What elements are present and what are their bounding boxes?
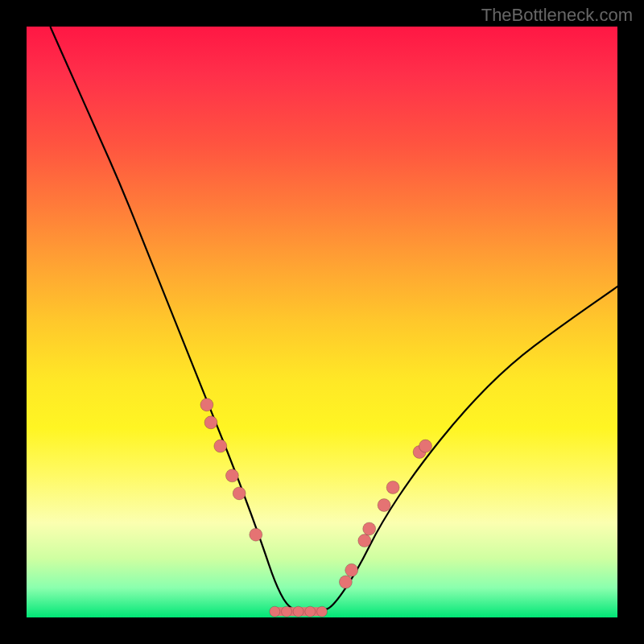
minimum-dots: [270, 606, 328, 617]
data-marker: [363, 522, 376, 535]
data-marker: [345, 564, 358, 576]
data-marker: [204, 416, 217, 429]
minimum-marker: [305, 606, 316, 617]
data-marker: [233, 487, 246, 500]
data-marker: [339, 576, 352, 588]
data-marker: [214, 440, 227, 452]
bottleneck-curve: [50, 27, 617, 612]
minimum-marker: [282, 606, 292, 617]
watermark-text: TheBottleneck.com: [481, 5, 633, 26]
minimum-marker: [293, 606, 303, 617]
data-marker: [358, 535, 371, 547]
data-marker: [419, 440, 432, 452]
data-marker: [378, 499, 390, 512]
data-markers: [200, 398, 432, 588]
data-marker: [225, 469, 238, 482]
data-marker: [250, 528, 262, 541]
data-marker: [386, 481, 399, 494]
data-marker: [200, 398, 213, 411]
chart-gradient-background: [27, 27, 617, 617]
minimum-marker: [317, 606, 328, 617]
minimum-marker: [270, 606, 280, 617]
chart-svg: [27, 27, 617, 617]
